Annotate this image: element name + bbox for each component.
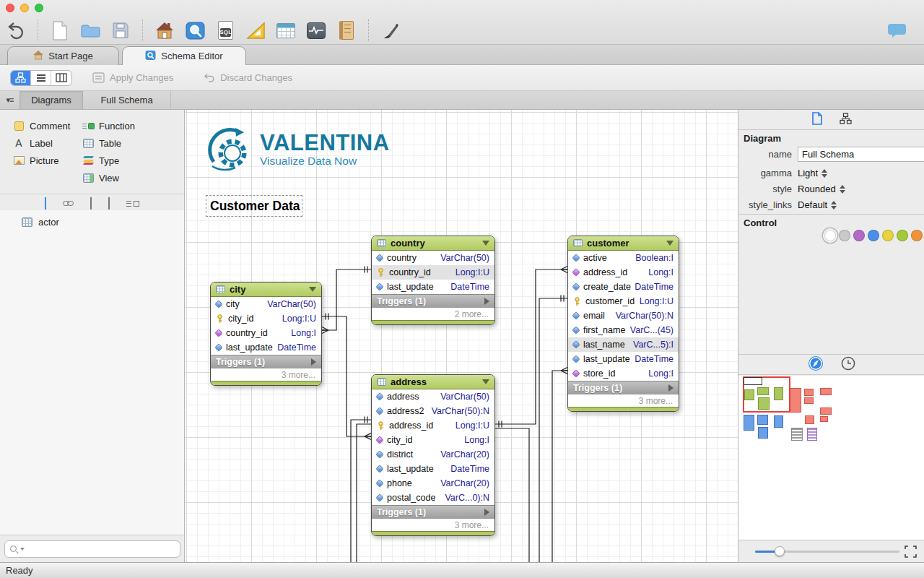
connector-city-to-address[interactable] [322,316,371,436]
diagram-canvas[interactable]: VALENTINA Visualize Data Now Customer Da… [185,110,738,562]
column-view-button[interactable] [51,71,71,85]
db-table-country[interactable]: countrycountryVarChar(50)country_idLong:… [371,236,495,325]
field-row-phone[interactable]: phoneVarChar(20) [372,476,494,491]
object-item-actor[interactable]: actor [0,215,184,230]
triggers-bar[interactable]: Triggers (1) [372,294,494,308]
more-fields-link[interactable]: 2 more... [372,308,494,320]
undo-icon[interactable] [4,19,27,42]
expand-arrow-icon[interactable] [484,509,489,516]
structure-tab-icon[interactable] [840,113,852,126]
feedback-bubble-icon[interactable] [885,19,908,42]
zoom-slider[interactable] [755,551,899,553]
connector-customer-store-down[interactable] [552,371,567,562]
field-row-country_id[interactable]: country_idLong:I:U [372,265,494,280]
table-icon[interactable] [274,19,297,42]
table-header[interactable]: address [372,375,494,389]
design-ruler-icon[interactable] [244,19,267,42]
new-document-icon[interactable] [48,19,71,42]
field-row-city[interactable]: cityVarChar(50) [211,297,321,311]
save-icon[interactable] [109,19,132,42]
table-header[interactable]: customer [568,236,679,251]
field-row-address2[interactable]: address2VarChar(50):N [372,404,494,418]
tables-grid-icon[interactable] [45,198,46,209]
color-swatch-6[interactable] [911,230,923,241]
triggers-bar[interactable]: Triggers (1) [372,505,494,519]
server-monitor-icon[interactable] [305,19,328,42]
palette-item-table[interactable]: Table [82,137,184,149]
stepper-icon[interactable] [821,169,827,178]
sql-editor-icon[interactable]: SQL [214,19,237,42]
expand-arrow-icon[interactable] [484,298,489,305]
more-fields-link[interactable]: 3 more... [568,394,679,407]
connector-customer-id-down[interactable] [539,298,567,562]
field-row-store_id[interactable]: store_idLong:I [568,366,679,381]
home-icon[interactable] [153,19,176,42]
triggers-bar[interactable]: Triggers (1) [211,355,321,368]
connector-address-left-down-2[interactable] [357,424,371,562]
name-input[interactable] [798,147,924,162]
minimize-button[interactable] [20,4,29,12]
expand-arrow-icon[interactable] [311,358,316,366]
connector-address-to-customer[interactable] [495,269,567,424]
field-row-customer_id[interactable]: customer_idLong:I:U [568,294,679,309]
more-fields-link[interactable]: 3 more... [372,519,494,531]
color-swatch-4[interactable] [882,230,894,241]
list-box-icon[interactable] [126,201,139,207]
table-header[interactable]: country [372,236,494,251]
list-view-button[interactable] [31,71,51,85]
field-row-postal_code[interactable]: postal_codeVarC...0):N [372,491,494,505]
open-folder-icon[interactable] [79,19,102,42]
db-table-address[interactable]: addressaddressVarChar(50)address2VarChar… [371,374,495,536]
links-icon[interactable] [63,201,74,206]
sidebar-tab-diagrams[interactable]: Diagrams [20,91,83,109]
brush-icon[interactable] [379,19,402,42]
palette-item-type[interactable]: Type [82,155,184,166]
history-clock-icon[interactable] [841,356,855,373]
schema-editor-icon[interactable] [183,19,206,42]
stepper-icon[interactable] [831,201,837,210]
field-row-country[interactable]: countryVarChar(50) [372,251,494,265]
chevron-down-icon[interactable] [666,241,674,246]
discard-changes-button[interactable]: Discard Changes [204,72,292,83]
triggers-bar[interactable]: Triggers (1) [568,381,679,394]
zoom-button[interactable] [35,4,43,12]
sidebar-menu-icon[interactable]: ▾≡ [0,91,20,109]
palette-item-function[interactable]: Function [82,120,184,131]
more-fields-link[interactable]: 3 more... [211,368,321,381]
chevron-down-icon[interactable] [309,287,316,292]
db-table-city[interactable]: citycityVarChar(50)city_idLong:I:Ucountr… [210,282,322,386]
field-row-district[interactable]: districtVarChar(20) [372,447,494,462]
close-button[interactable] [6,4,14,12]
table-header[interactable]: city [211,282,321,297]
style-value[interactable]: Rounded [798,184,836,194]
field-row-last_update[interactable]: last_updateDateTime [568,352,679,366]
field-row-address[interactable]: addressVarChar(50) [372,389,494,404]
search-input[interactable] [4,540,180,558]
expand-arrow-icon[interactable] [668,384,674,392]
db-table-customer[interactable]: customeractiveBoolean:Iaddress_idLong:Ic… [567,236,679,412]
color-swatch-1[interactable] [839,230,850,241]
color-swatch-5[interactable] [897,230,908,241]
field-row-last_update[interactable]: last_updateDateTime [211,340,321,355]
zoom-slider-thumb[interactable] [775,546,785,556]
palette-item-view[interactable]: View [82,172,184,184]
diagram-view-button[interactable] [11,71,31,85]
navigator-compass-icon[interactable] [808,355,824,374]
color-swatch-2[interactable] [853,230,865,241]
field-row-last_update[interactable]: last_updateDateTime [372,462,494,476]
connector-address-left-down-1[interactable] [351,420,371,562]
layout-rows-icon[interactable] [108,198,110,209]
field-row-email[interactable]: emailVarChar(50):N [568,309,679,323]
sidebar-tab-full-schema[interactable]: Full Schema [83,91,171,109]
color-swatch-3[interactable] [868,230,879,241]
properties-tab-icon[interactable] [811,112,822,127]
style_links-value[interactable]: Default [798,199,827,210]
field-row-last_name[interactable]: last_nameVarC...5):I [568,337,679,352]
field-row-first_name[interactable]: first_nameVarC...(45) [568,323,679,337]
tab-schema-editor[interactable]: Schema Editor [122,46,246,65]
field-row-country_id[interactable]: country_idLong:I [211,326,321,340]
field-row-address_id[interactable]: address_idLong:I [568,265,679,280]
field-row-last_update[interactable]: last_updateDateTime [372,280,494,294]
dense-grid-icon[interactable] [90,198,92,209]
search-options-caret[interactable] [20,548,25,551]
